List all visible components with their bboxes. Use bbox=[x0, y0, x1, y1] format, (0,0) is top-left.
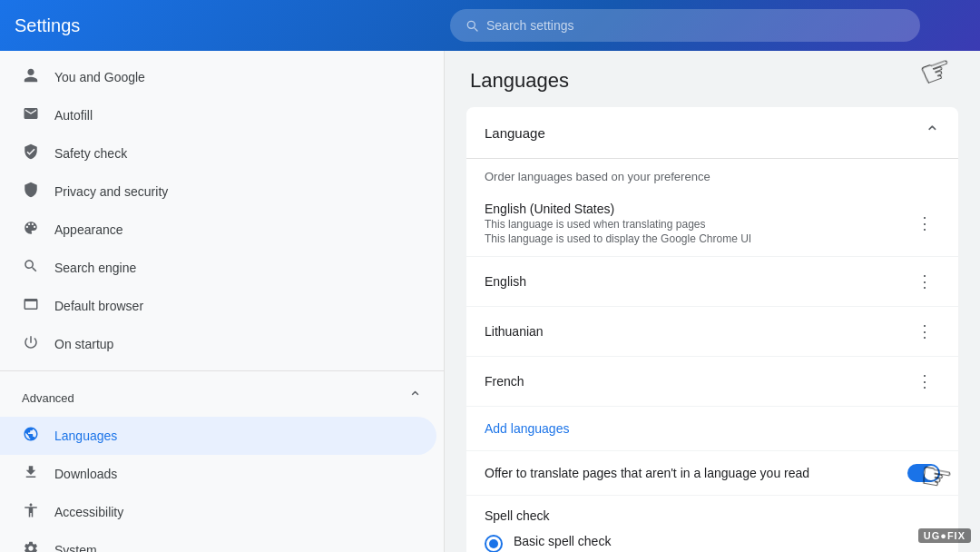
language-section-title: Language bbox=[485, 125, 545, 141]
system-icon bbox=[22, 540, 40, 552]
language-item-english-us: English (United States) This language is… bbox=[466, 191, 958, 257]
sidebar-label-languages: Languages bbox=[54, 429, 117, 443]
language-item-french: French ⋮ bbox=[466, 357, 958, 407]
language-desc2-english-us: This language is used to display the Goo… bbox=[485, 232, 751, 245]
sidebar-label-privacy-security: Privacy and security bbox=[54, 184, 168, 199]
app-title: Settings bbox=[15, 15, 450, 36]
main-layout: You and Google Autofill Safety check Pri… bbox=[0, 51, 980, 552]
sidebar-item-system[interactable]: System bbox=[0, 531, 436, 552]
more-menu-french[interactable]: ⋮ bbox=[909, 368, 940, 395]
language-info-english-us: English (United States) This language is… bbox=[485, 202, 751, 245]
globe-icon bbox=[22, 426, 40, 446]
page-title: Languages bbox=[466, 69, 958, 93]
translate-toggle[interactable] bbox=[907, 464, 940, 482]
language-card: Language ⌃ Order languages based on your… bbox=[466, 107, 958, 552]
more-menu-english[interactable]: ⋮ bbox=[909, 268, 940, 295]
download-icon bbox=[22, 464, 40, 484]
startup-icon bbox=[22, 334, 40, 354]
spell-check-title: Spell check bbox=[485, 508, 940, 523]
sidebar-item-on-startup[interactable]: On startup bbox=[0, 325, 436, 363]
language-name-english: English bbox=[485, 274, 526, 289]
advanced-label: Advanced bbox=[22, 391, 74, 405]
sidebar: You and Google Autofill Safety check Pri… bbox=[0, 51, 445, 552]
language-name-lithuanian: Lithuanian bbox=[485, 324, 544, 339]
sidebar-label-default-browser: Default browser bbox=[54, 299, 143, 313]
accessibility-icon bbox=[22, 502, 40, 522]
translate-toggle-label: Offer to translate pages that aren't in … bbox=[485, 466, 809, 480]
sidebar-item-search-engine[interactable]: Search engine bbox=[0, 249, 436, 287]
sidebar-item-safety-check[interactable]: Safety check bbox=[0, 134, 436, 172]
basic-spell-check-option[interactable]: Basic spell check bbox=[485, 534, 940, 552]
content-inner: Languages Language ⌃ Order languages bas… bbox=[445, 69, 980, 552]
spell-check-section: Spell check Basic spell check Enhanced s… bbox=[466, 495, 958, 552]
sidebar-item-appearance[interactable]: Appearance bbox=[0, 211, 436, 249]
language-info-french: French bbox=[485, 374, 524, 389]
sidebar-item-default-browser[interactable]: Default browser bbox=[0, 287, 436, 325]
basic-spell-check-radio[interactable] bbox=[485, 535, 503, 552]
language-desc1-english-us: This language is used when translating p… bbox=[485, 218, 751, 231]
sidebar-label-search-engine: Search engine bbox=[54, 261, 136, 275]
sidebar-item-accessibility[interactable]: Accessibility bbox=[0, 493, 436, 531]
sidebar-label-safety-check: Safety check bbox=[54, 146, 127, 161]
sidebar-label-autofill: Autofill bbox=[54, 108, 93, 123]
language-info-lithuanian: Lithuanian bbox=[485, 324, 544, 339]
sidebar-item-languages[interactable]: Languages bbox=[0, 417, 436, 455]
advanced-section-header[interactable]: Advanced ⌃ bbox=[0, 379, 444, 417]
sidebar-label-appearance: Appearance bbox=[54, 222, 123, 237]
sidebar-divider bbox=[0, 370, 444, 371]
sidebar-item-you-and-google[interactable]: You and Google bbox=[0, 58, 436, 96]
browser-icon bbox=[22, 296, 40, 316]
sidebar-label-on-startup: On startup bbox=[54, 337, 113, 351]
search-icon bbox=[465, 18, 479, 33]
sidebar-item-autofill[interactable]: Autofill bbox=[0, 96, 436, 134]
basic-spell-check-label: Basic spell check bbox=[514, 534, 611, 548]
sidebar-label-accessibility: Accessibility bbox=[54, 505, 123, 519]
sidebar-label-you-and-google: You and Google bbox=[54, 70, 145, 84]
search-engine-icon bbox=[22, 258, 40, 278]
language-section-subtitle: Order languages based on your preference bbox=[466, 159, 958, 191]
language-item-english: English ⋮ bbox=[466, 257, 958, 307]
sidebar-label-system: System bbox=[54, 543, 97, 552]
add-languages-button[interactable]: Add languages bbox=[466, 410, 587, 447]
watermark: UG●FIX bbox=[918, 528, 971, 543]
shield-icon bbox=[22, 143, 40, 163]
basic-spell-check-text: Basic spell check bbox=[514, 534, 611, 548]
person-icon bbox=[22, 67, 40, 87]
app-header: Settings Search settings bbox=[0, 0, 980, 51]
translate-toggle-row: Offer to translate pages that aren't in … bbox=[466, 450, 958, 495]
language-section-collapse-icon[interactable]: ⌃ bbox=[925, 122, 940, 143]
sidebar-item-downloads[interactable]: Downloads bbox=[0, 455, 436, 493]
more-menu-lithuanian[interactable]: ⋮ bbox=[909, 318, 940, 345]
language-card-header: Language ⌃ bbox=[466, 107, 958, 159]
language-item-lithuanian: Lithuanian ⋮ bbox=[466, 307, 958, 357]
advanced-toggle-icon[interactable]: ⌃ bbox=[408, 388, 422, 408]
sidebar-item-privacy-security[interactable]: Privacy and security bbox=[0, 172, 436, 211]
autofill-icon bbox=[22, 105, 40, 125]
search-bar[interactable]: Search settings bbox=[450, 9, 920, 42]
content-area: Languages Language ⌃ Order languages bas… bbox=[445, 51, 980, 552]
search-placeholder: Search settings bbox=[486, 18, 574, 33]
more-menu-english-us[interactable]: ⋮ bbox=[909, 210, 940, 237]
appearance-icon bbox=[22, 220, 40, 240]
sidebar-label-downloads: Downloads bbox=[54, 467, 117, 481]
privacy-icon bbox=[22, 182, 40, 202]
language-info-english: English bbox=[485, 274, 526, 289]
language-name-english-us: English (United States) bbox=[485, 202, 751, 216]
language-name-french: French bbox=[485, 374, 524, 389]
